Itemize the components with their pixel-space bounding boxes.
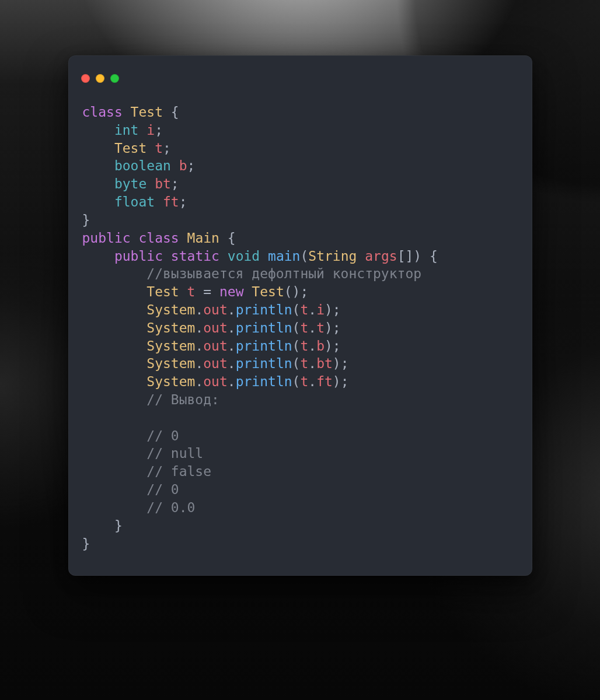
var-t: t xyxy=(300,320,308,335)
dot: . xyxy=(195,302,203,317)
type-void: void xyxy=(228,249,260,264)
dot: . xyxy=(195,338,203,354)
field-out: out xyxy=(203,356,228,371)
indent xyxy=(82,266,147,281)
comment: // 0 xyxy=(146,428,179,443)
indent xyxy=(82,320,147,335)
type-test: Test xyxy=(114,141,146,156)
paren: ( xyxy=(292,302,301,317)
indent xyxy=(82,176,114,191)
indent xyxy=(82,374,147,389)
call: (); xyxy=(284,284,309,299)
type-boolean: boolean xyxy=(114,158,171,173)
code-editor: class Test { int i; Test t; boolean b; b… xyxy=(68,87,532,576)
indent xyxy=(82,158,114,173)
zoom-icon[interactable] xyxy=(110,74,119,83)
dot: . xyxy=(308,320,316,335)
var-ft: ft xyxy=(163,194,179,209)
field-i: i xyxy=(316,302,325,317)
dot: . xyxy=(308,338,316,354)
var-t: t xyxy=(300,338,308,354)
keyword-public: public xyxy=(82,230,131,246)
type-float: float xyxy=(114,194,155,209)
dot: . xyxy=(195,374,203,389)
indent xyxy=(82,194,114,209)
paren-close: ); xyxy=(325,302,341,317)
indent xyxy=(82,428,147,443)
paren: ( xyxy=(300,249,308,264)
comment: //вызывается дефолтный конструктор xyxy=(146,266,421,281)
dot: . xyxy=(228,338,236,354)
field-out: out xyxy=(203,374,228,389)
paren: ) xyxy=(413,249,421,264)
keyword-static: static xyxy=(171,249,219,264)
dot: . xyxy=(308,374,316,389)
comment: // false xyxy=(146,464,211,479)
semicolon: ; xyxy=(171,176,179,191)
semicolon: ; xyxy=(155,123,163,138)
type-string: String xyxy=(308,249,357,264)
semicolon: ; xyxy=(187,158,196,173)
var-b: b xyxy=(179,158,187,173)
indent xyxy=(82,249,114,264)
cls-system: System xyxy=(146,320,195,335)
dot: . xyxy=(228,374,236,389)
indent xyxy=(82,482,147,497)
var-bt: bt xyxy=(155,176,171,191)
paren-close: ); xyxy=(333,374,349,389)
type-int: int xyxy=(114,123,139,138)
var-t: t xyxy=(300,356,308,371)
indent xyxy=(82,518,114,533)
dot: . xyxy=(308,302,316,317)
paren-close: ); xyxy=(325,320,341,335)
var-t: t xyxy=(300,374,308,389)
ctor-test: Test xyxy=(252,284,284,299)
dot: . xyxy=(228,320,236,335)
keyword-new: new xyxy=(219,284,244,299)
brace: { xyxy=(163,104,179,120)
brace: } xyxy=(114,518,123,533)
minimize-icon[interactable] xyxy=(96,74,104,83)
indent xyxy=(82,392,147,407)
var-t: t xyxy=(155,141,163,156)
brace: } xyxy=(82,212,90,228)
paren-close: ); xyxy=(325,338,341,354)
dot: . xyxy=(195,356,203,371)
indent xyxy=(82,123,114,138)
paren: ( xyxy=(292,338,301,354)
brace: { xyxy=(421,249,438,264)
paren: ( xyxy=(292,356,301,371)
class-name-main: Main xyxy=(187,230,219,246)
paren-close: ); xyxy=(333,356,349,371)
var-i: i xyxy=(146,123,155,138)
indent xyxy=(82,464,147,479)
fn-println: println xyxy=(236,302,292,317)
param-args: args xyxy=(365,249,397,264)
indent xyxy=(82,356,147,371)
dot: . xyxy=(308,356,316,371)
var-t: t xyxy=(300,302,308,317)
keyword-public: public xyxy=(114,249,163,264)
cls-system: System xyxy=(146,302,195,317)
fn-println: println xyxy=(236,374,292,389)
paren: ( xyxy=(292,374,301,389)
field-t: t xyxy=(316,320,325,335)
dot: . xyxy=(228,302,236,317)
brace: } xyxy=(82,536,90,551)
fn-println: println xyxy=(236,320,292,335)
equals: = xyxy=(195,284,219,299)
class-name-test: Test xyxy=(131,104,163,120)
indent xyxy=(82,338,147,354)
field-out: out xyxy=(203,338,228,354)
window-titlebar xyxy=(68,55,532,87)
close-icon[interactable] xyxy=(81,74,90,83)
indent xyxy=(82,284,147,299)
cls-system: System xyxy=(146,356,195,371)
dot: . xyxy=(195,320,203,335)
cls-system: System xyxy=(146,338,195,354)
field-bt: bt xyxy=(316,356,333,371)
indent xyxy=(82,446,147,461)
field-out: out xyxy=(203,320,228,335)
semicolon: ; xyxy=(179,194,187,209)
keyword-class: class xyxy=(138,230,179,246)
